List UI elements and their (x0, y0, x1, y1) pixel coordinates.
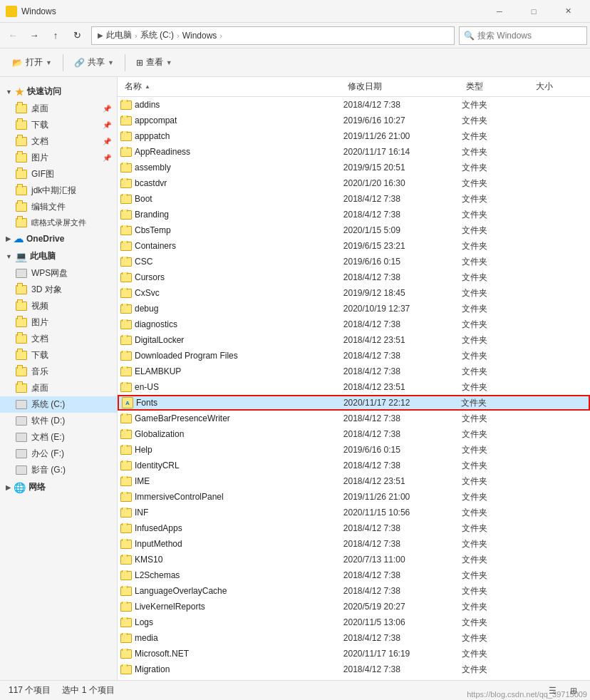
file-row[interactable]: media 2018/4/12 7:38 文件夹 (118, 630, 590, 646)
col-header-name[interactable]: 名称 ▲ (120, 77, 343, 96)
file-row[interactable]: InfusedApps 2018/4/12 7:38 文件夹 (118, 520, 590, 536)
sidebar-item-desktop2[interactable]: 桌面 (0, 380, 117, 396)
back-button[interactable]: ← (3, 26, 23, 46)
file-row[interactable]: Downloaded Program Files 2018/4/12 7:38 … (118, 348, 590, 364)
file-row[interactable]: LiveKernelReports 2020/5/19 20:27 文件夹 (118, 599, 590, 614)
sidebar-item-desktop[interactable]: 桌面 📌 (0, 101, 117, 117)
up-button[interactable]: ↑ (46, 26, 66, 46)
sidebar-item-f-drive[interactable]: 办公 (F:) (0, 446, 117, 462)
file-name: Help (120, 445, 343, 455)
sidebar-item-edit[interactable]: 编辑文件 (0, 199, 117, 215)
col-header-size-label: 大小 (536, 81, 553, 93)
address-segment-pc[interactable]: 此电脑 (106, 29, 132, 41)
file-row[interactable]: InputMethod 2018/4/12 7:38 文件夹 (118, 536, 590, 552)
file-row[interactable]: L2Schemas 2018/4/12 7:38 文件夹 (118, 567, 590, 583)
file-row[interactable]: Cursors 2018/4/12 7:38 文件夹 (118, 269, 590, 285)
address-segment-windows[interactable]: Windows (182, 31, 217, 41)
sidebar-item-documents[interactable]: 文档 📌 (0, 133, 117, 150)
search-input[interactable] (477, 31, 584, 41)
sidebar-item-g-drive[interactable]: 影音 (G:) (0, 462, 117, 478)
sidebar-item-screen[interactable]: 瞎格式录屏文件 (0, 215, 117, 230)
file-row[interactable]: INF 2020/11/15 10:56 文件夹 (118, 505, 590, 520)
sidebar-item-video[interactable]: 视频 (0, 298, 117, 314)
sidebar-this-pc[interactable]: ▼ 💻 此电脑 (0, 247, 117, 265)
file-row[interactable]: KMS10 2020/7/13 11:00 文件夹 (118, 552, 590, 567)
search-bar[interactable]: 🔍 (459, 26, 587, 45)
close-button[interactable]: ✕ (552, 1, 584, 22)
folder-icon (120, 273, 132, 282)
file-name: CxSvc (120, 288, 343, 298)
expand-arrow: ▼ (6, 88, 12, 96)
sidebar-item-wps[interactable]: WPS网盘 (0, 265, 117, 282)
sidebar: ▼ ★ 快速访问 桌面 📌 下载 📌 文档 📌 图片 📌 GIF图 (0, 77, 118, 680)
share-button[interactable]: 🔗 共享 ▼ (68, 51, 120, 74)
file-row[interactable]: CSC 2019/6/16 0:15 文件夹 (118, 254, 590, 269)
file-row[interactable]: bcastdvr 2020/1/20 16:30 文件夹 (118, 175, 590, 191)
file-name: GameBarPresenceWriter (120, 413, 343, 423)
sidebar-item-c-drive[interactable]: 系统 (C:) (0, 396, 117, 413)
file-type: 文件夹 (462, 428, 532, 441)
file-row[interactable]: Boot 2018/4/12 7:38 文件夹 (118, 191, 590, 207)
file-name: assembly (120, 163, 343, 173)
file-row[interactable]: AppReadiness 2020/11/17 16:14 文件夹 (118, 144, 590, 160)
file-row[interactable]: IdentityCRL 2018/4/12 7:38 文件夹 (118, 458, 590, 473)
toolbar-separator (63, 54, 63, 71)
sidebar-item-music[interactable]: 音乐 (0, 364, 117, 380)
sidebar-item-gif[interactable]: GIF图 (0, 166, 117, 182)
file-row[interactable]: CxSvc 2019/9/12 18:45 文件夹 (118, 285, 590, 301)
file-row[interactable]: ImmersiveControlPanel 2019/11/26 21:00 文… (118, 489, 590, 505)
sidebar-item-d-drive[interactable]: 软件 (D:) (0, 413, 117, 429)
file-type: 文件夹 (462, 444, 532, 456)
sidebar-onedrive[interactable]: ▶ ☁ OneDrive (0, 230, 117, 247)
col-header-date[interactable]: 修改日期 (343, 77, 462, 96)
file-row[interactable]: assembly 2019/9/15 20:51 文件夹 (118, 160, 590, 175)
file-row[interactable]: Microsoft.NET 2020/11/17 16:19 文件夹 (118, 646, 590, 662)
file-name: INF (120, 508, 343, 518)
sidebar-item-docs2[interactable]: 文档 (0, 331, 117, 347)
col-header-size[interactable]: 大小 (532, 77, 587, 96)
address-chevron: ▶ (98, 31, 103, 39)
file-row[interactable]: Logs 2020/11/5 13:06 文件夹 (118, 614, 590, 630)
file-row[interactable]: Branding 2018/4/12 7:38 文件夹 (118, 207, 590, 222)
view-button[interactable]: ⊞ 查看 ▼ (130, 51, 179, 74)
file-row[interactable]: IME 2018/4/12 23:51 文件夹 (118, 473, 590, 489)
file-row[interactable]: A Fonts 2020/11/17 22:12 文件夹 (118, 395, 590, 411)
file-row[interactable]: Help 2019/6/16 0:15 文件夹 (118, 442, 590, 458)
sidebar-quick-access[interactable]: ▼ ★ 快速访问 (0, 83, 117, 101)
file-row[interactable]: addins 2018/4/12 7:38 文件夹 (118, 97, 590, 113)
file-type: 文件夹 (462, 538, 532, 550)
maximize-button[interactable]: □ (517, 1, 550, 22)
sidebar-item-pictures2[interactable]: 图片 (0, 314, 117, 331)
sidebar-item-downloads[interactable]: 下载 📌 (0, 117, 117, 133)
sidebar-network[interactable]: ▶ 🌐 网络 (0, 478, 117, 496)
sidebar-item-3d[interactable]: 3D 对象 (0, 282, 117, 298)
sidebar-item-e-drive[interactable]: 文档 (E:) (0, 429, 117, 446)
address-segment-c[interactable]: 系统 (C:) (140, 29, 174, 41)
sidebar-item-downloads2[interactable]: 下载 (0, 347, 117, 364)
file-row[interactable]: appcompat 2019/6/16 10:27 文件夹 (118, 113, 590, 128)
file-name: Migration (120, 664, 343, 674)
file-row[interactable]: Minidump 2019/8/20 17:38 文件夹 (118, 677, 590, 680)
forward-button[interactable]: → (24, 26, 44, 46)
address-bar[interactable]: ▶ 此电脑 › 系统 (C:) › Windows › (91, 26, 455, 45)
file-date: 2018/4/12 7:38 (343, 539, 462, 549)
file-row[interactable]: ELAMBKUP 2018/4/12 7:38 文件夹 (118, 364, 590, 379)
sidebar-item-pictures[interactable]: 图片 📌 (0, 150, 117, 166)
file-row[interactable]: en-US 2018/4/12 23:51 文件夹 (118, 379, 590, 395)
file-row[interactable]: debug 2020/10/19 12:37 文件夹 (118, 301, 590, 316)
file-row[interactable]: Globalization 2018/4/12 7:38 文件夹 (118, 426, 590, 442)
file-row[interactable]: LanguageOverlayCache 2018/4/12 7:38 文件夹 (118, 583, 590, 599)
minimize-button[interactable]: ─ (483, 1, 516, 22)
file-row[interactable]: Containers 2019/6/15 23:21 文件夹 (118, 238, 590, 254)
file-row[interactable]: CbsTemp 2020/1/15 5:09 文件夹 (118, 222, 590, 238)
file-row[interactable]: diagnostics 2018/4/12 7:38 文件夹 (118, 316, 590, 332)
file-row[interactable]: DigitalLocker 2018/4/12 23:51 文件夹 (118, 332, 590, 348)
refresh-button[interactable]: ↻ (67, 26, 87, 46)
sidebar-item-jdk[interactable]: jdk中期汇报 (0, 182, 117, 199)
file-type: 文件夹 (462, 679, 532, 681)
col-header-type[interactable]: 类型 (462, 77, 532, 96)
file-row[interactable]: Migration 2018/4/12 7:38 文件夹 (118, 662, 590, 677)
open-button[interactable]: 📂 打开 ▼ (6, 51, 58, 74)
file-row[interactable]: apppatch 2019/11/26 21:00 文件夹 (118, 128, 590, 144)
file-row[interactable]: GameBarPresenceWriter 2018/4/12 7:38 文件夹 (118, 411, 590, 426)
